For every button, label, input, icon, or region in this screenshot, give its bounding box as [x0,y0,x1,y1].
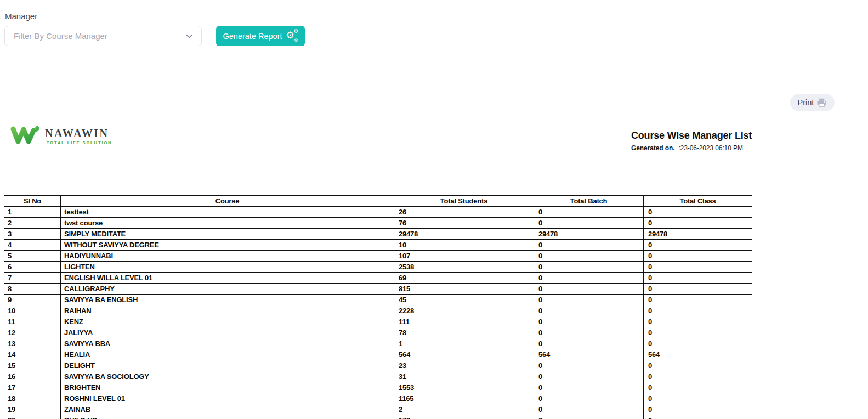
logo-tagline: TOTAL LIFE SOLUTION [45,140,112,145]
nawawin-logo: NAWAWIN TOTAL LIFE SOLUTION [10,124,112,148]
generated-on-value: :23-06-2023 06:10 PM [678,144,742,152]
cell-total-batch: 0 [534,284,644,295]
cell-total-class: 29478 [644,229,752,240]
table-row: 15DELIGHT2300 [4,360,752,371]
cell-slno: 12 [4,327,61,338]
cell-total-batch: 0 [534,382,644,393]
cell-slno: 11 [4,316,61,327]
cell-slno: 8 [4,284,61,295]
print-button[interactable]: Print [790,94,835,111]
table-row: 13SAVIYYA BBA100 [4,338,752,349]
cell-total-batch: 0 [534,393,644,404]
cell-slno: 19 [4,404,61,415]
col-header-course: Course [61,196,394,207]
cell-total-batch: 29478 [534,229,644,240]
cell-total-class: 0 [644,327,752,338]
cell-total-students: 69 [394,273,534,284]
table-row: 11KENZ11100 [4,316,752,327]
cell-slno: 6 [4,262,61,273]
cell-course: ROSHNI LEVEL 01 [61,393,394,404]
cell-total-students: 29478 [394,229,534,240]
cell-total-students: 815 [394,284,534,295]
course-table: Sl No Course Total Students Total Batch … [4,195,752,419]
cell-total-batch: 0 [534,305,644,316]
table-row: 18ROSHNI LEVEL 01116500 [4,393,752,404]
page: Manager Filter By Course Manager Generat… [0,0,868,419]
cell-total-students: 10 [394,240,534,251]
chevron-down-icon [186,34,192,38]
cell-course: SIMPLY MEDITATE [61,229,394,240]
table-row: 10RAIHAN222800 [4,305,752,316]
printer-icon [816,98,827,107]
cell-slno: 16 [4,371,61,382]
cell-course: twst course [61,218,394,229]
cell-course: JALIYYA [61,327,394,338]
table-row: 7ENGLISH WILLA LEVEL 016900 [4,273,752,284]
course-table-body: 1testtest26002twst course76003SIMPLY MED… [4,207,752,419]
course-manager-select[interactable]: Filter By Course Manager [4,26,202,46]
cell-slno: 18 [4,393,61,404]
cell-total-students: 23 [394,360,534,371]
cell-total-batch: 0 [534,218,644,229]
cell-course: SAVIYYA BA SOCIOLOGY [61,371,394,382]
table-row: 12JALIYYA7800 [4,327,752,338]
generated-on-label: Generated on. [631,144,674,152]
cell-total-batch: 0 [534,240,644,251]
cell-course: ENGLISH WILLA LEVEL 01 [61,273,394,284]
cell-total-students: 111 [394,316,534,327]
cell-total-class: 0 [644,393,752,404]
table-header-row: Sl No Course Total Students Total Batch … [4,196,752,207]
cell-total-batch: 0 [534,262,644,273]
cell-total-batch: 0 [534,295,644,305]
cell-course: KENZ [61,316,394,327]
generate-report-button[interactable]: Generate Report ⚙⚙⚙ [216,26,305,46]
print-label: Print [798,98,814,107]
col-header-slno: Sl No [4,196,61,207]
table-row: 5HADIYUNNABI10700 [4,251,752,262]
cell-total-batch: 0 [534,207,644,218]
cell-total-class: 0 [644,305,752,316]
table-row: 4WITHOUT SAVIYYA DEGREE1000 [4,240,752,251]
table-row: 1testtest2600 [4,207,752,218]
cell-total-class: 0 [644,273,752,284]
cell-slno: 5 [4,251,61,262]
table-row: 3SIMPLY MEDITATE294782947829478 [4,229,752,240]
cell-course: HEALIA [61,349,394,360]
table-row: 16SAVIYYA BA SOCIOLOGY3100 [4,371,752,382]
cell-total-batch: 0 [534,251,644,262]
cell-total-batch: 0 [534,338,644,349]
cell-total-students: 2538 [394,262,534,273]
col-header-total-students: Total Students [394,196,534,207]
cell-total-students: 78 [394,327,534,338]
cell-total-class: 0 [644,295,752,305]
cell-total-students: 26 [394,207,534,218]
table-row: 14HEALIA564564564 [4,349,752,360]
cell-course: DELIGHT [61,360,394,371]
cell-total-class: 0 [644,371,752,382]
cell-total-students: 173 [394,415,534,419]
select-placeholder: Filter By Course Manager [14,31,186,41]
cell-total-class: 0 [644,218,752,229]
cell-total-batch: 0 [534,273,644,284]
cell-course: HADIYUNNABI [61,251,394,262]
cell-total-batch: 0 [534,316,644,327]
cell-course: WITHOUT SAVIYYA DEGREE [61,240,394,251]
cell-slno: 15 [4,360,61,371]
table-row: 8CALLIGRAPHY81500 [4,284,752,295]
cell-slno: 10 [4,305,61,316]
cell-total-students: 1 [394,338,534,349]
cell-course: RAIHAN [61,305,394,316]
logo-name: NAWAWIN [45,127,112,140]
cell-total-students: 76 [394,218,534,229]
cell-slno: 17 [4,382,61,393]
cell-slno: 2 [4,218,61,229]
cell-total-students: 45 [394,295,534,305]
cell-total-batch: 0 [534,415,644,419]
manager-label: Manager [5,12,37,21]
cell-course: ZAINAB [61,404,394,415]
cell-total-batch: 0 [534,404,644,415]
cell-total-students: 31 [394,371,534,382]
cell-total-class: 0 [644,360,752,371]
cell-total-class: 0 [644,284,752,295]
cell-total-students: 2228 [394,305,534,316]
